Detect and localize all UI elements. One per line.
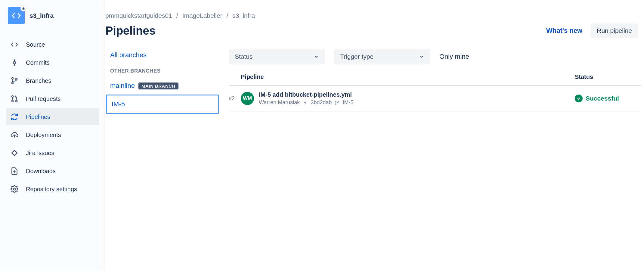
- pipeline-commit: 3bd2dab: [311, 99, 332, 106]
- svg-point-4: [12, 96, 13, 97]
- jira-icon: [10, 149, 19, 157]
- sidebar: s3_infra Source Commits Branches Pull re…: [0, 0, 105, 271]
- table-row[interactable]: #2 WM IM-5 add bitbucket-pipelines.yml W…: [229, 86, 641, 111]
- breadcrumb-item[interactable]: ImageLabeller: [182, 12, 222, 19]
- pipeline-info: IM-5 add bitbucket-pipelines.yml Warren …: [259, 91, 353, 106]
- table-header: Pipeline Status: [229, 73, 641, 86]
- commit-icon: [10, 58, 19, 67]
- branch-icon: [10, 76, 19, 85]
- chevron-down-icon: [419, 54, 424, 59]
- sidebar-item-commits[interactable]: Commits: [6, 54, 99, 71]
- pipeline-panel: Status Trigger type Only mine Pipeline S…: [229, 49, 644, 114]
- pullrequest-icon: [10, 95, 19, 103]
- breadcrumb-sep: /: [176, 12, 178, 19]
- avatar: WM: [241, 92, 254, 105]
- nav-label: Jira issues: [26, 150, 54, 157]
- sidebar-item-settings[interactable]: Repository settings: [6, 181, 99, 198]
- run-pipeline-button[interactable]: Run pipeline: [591, 23, 638, 38]
- download-icon: [10, 167, 19, 175]
- page-title: Pipelines: [105, 24, 156, 37]
- pipeline-author: Warren Marusiak: [259, 99, 300, 106]
- pipeline-status: Successful: [575, 95, 641, 102]
- status-dropdown[interactable]: Status: [229, 49, 325, 64]
- status-text: Successful: [586, 95, 619, 102]
- sidebar-item-pullrequests[interactable]: Pull requests: [6, 90, 99, 107]
- success-icon: [575, 95, 583, 102]
- nav-label: Pipelines: [26, 114, 50, 120]
- page-header: Pipelines What's new Run pipeline: [105, 23, 644, 38]
- commit-icon: [303, 100, 308, 105]
- svg-point-1: [12, 78, 13, 79]
- other-branches-label: OTHER BRANCHES: [105, 68, 220, 74]
- sidebar-item-pipelines[interactable]: Pipelines: [6, 108, 99, 125]
- repo-icon: [8, 7, 25, 24]
- branch-panel: All branches OTHER BRANCHES mainline MAI…: [105, 49, 220, 114]
- cloud-upload-icon: [10, 131, 19, 139]
- all-branches-link[interactable]: All branches: [105, 49, 220, 61]
- svg-point-5: [12, 100, 13, 102]
- gear-icon: [10, 185, 19, 193]
- branch-name: mainline: [110, 82, 135, 90]
- sidebar-item-downloads[interactable]: Downloads: [6, 163, 99, 179]
- nav-label: Deployments: [26, 132, 61, 139]
- nav-label: Downloads: [26, 168, 56, 175]
- svg-point-6: [16, 100, 17, 102]
- main-branch-badge: MAIN BRANCH: [138, 83, 178, 89]
- nav-label: Pull requests: [26, 95, 61, 102]
- pipeline-title: IM-5 add bitbucket-pipelines.yml: [259, 91, 353, 98]
- chevron-down-icon: [314, 54, 319, 59]
- svg-point-8: [305, 102, 306, 103]
- dropdown-label: Status: [235, 53, 253, 60]
- svg-point-9: [336, 101, 336, 102]
- svg-point-7: [14, 188, 16, 190]
- code-icon: [10, 40, 19, 49]
- repo-name: s3_infra: [29, 12, 54, 19]
- svg-point-3: [16, 78, 17, 80]
- svg-point-2: [12, 82, 13, 84]
- main-content: pmmquickstartguides01 / ImageLabeller / …: [105, 0, 644, 271]
- svg-point-0: [13, 61, 16, 64]
- content-row: All branches OTHER BRANCHES mainline MAI…: [105, 49, 644, 114]
- pipeline-branch: IM-5: [342, 99, 353, 106]
- sidebar-item-source[interactable]: Source: [6, 36, 99, 53]
- trigger-dropdown[interactable]: Trigger type: [334, 49, 430, 64]
- nav-list: Source Commits Branches Pull requests Pi…: [6, 36, 105, 198]
- svg-point-11: [338, 101, 339, 102]
- breadcrumb-item[interactable]: s3_infra: [233, 12, 255, 19]
- nav-label: Commits: [26, 59, 50, 66]
- nav-label: Branches: [26, 77, 51, 84]
- pipeline-meta: Warren Marusiak 3bd2dab IM-5: [259, 99, 353, 106]
- breadcrumb-sep: /: [227, 12, 228, 19]
- only-mine-toggle[interactable]: Only mine: [439, 53, 469, 61]
- breadcrumb: pmmquickstartguides01 / ImageLabeller / …: [105, 12, 644, 19]
- lock-icon: [20, 5, 26, 11]
- breadcrumb-item[interactable]: pmmquickstartguides01: [105, 12, 172, 19]
- whats-new-link[interactable]: What's new: [546, 27, 582, 35]
- filter-row: Status Trigger type Only mine: [229, 49, 641, 64]
- sidebar-item-branches[interactable]: Branches: [6, 72, 99, 89]
- header-actions: What's new Run pipeline: [546, 23, 638, 38]
- branch-im5-selected[interactable]: IM-5: [106, 95, 219, 114]
- nav-label: Source: [26, 41, 45, 48]
- pipeline-number: #2: [229, 95, 241, 102]
- branch-icon: [335, 100, 339, 105]
- dropdown-label: Trigger type: [340, 53, 373, 60]
- col-status-header: Status: [575, 73, 641, 80]
- repo-header[interactable]: s3_infra: [6, 7, 105, 24]
- sidebar-item-deployments[interactable]: Deployments: [6, 126, 99, 143]
- pipeline-main: WM IM-5 add bitbucket-pipelines.yml Warr…: [241, 91, 575, 106]
- svg-point-10: [336, 104, 336, 104]
- sidebar-item-jira[interactable]: Jira issues: [6, 145, 99, 161]
- branch-mainline[interactable]: mainline MAIN BRANCH: [105, 80, 220, 95]
- pipelines-icon: [10, 113, 19, 121]
- nav-label: Repository settings: [26, 186, 77, 193]
- col-pipeline-header: Pipeline: [241, 73, 575, 80]
